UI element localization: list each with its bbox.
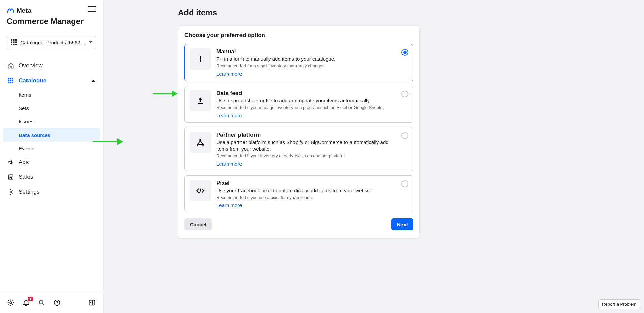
sidebar-item-catalogue[interactable]: Catalogue	[3, 73, 100, 88]
bell-icon[interactable]: 1	[22, 299, 30, 307]
sidebar-sub-label: Issues	[19, 119, 33, 124]
gear-icon[interactable]	[7, 299, 15, 307]
help-icon[interactable]	[53, 299, 61, 307]
sidebar-item-label: Catalogue	[19, 77, 46, 84]
sidebar-sub-sets[interactable]: Sets	[3, 101, 100, 115]
storefront-icon	[7, 174, 14, 180]
svg-point-23	[199, 139, 201, 141]
content: Add items Choose your preferred option M…	[178, 0, 420, 238]
option-title: Data feed	[216, 90, 398, 97]
sidebar-item-label: Settings	[19, 189, 39, 195]
chevron-up-icon	[91, 80, 95, 82]
option-desc: Use a partner platform such as Shopify o…	[216, 139, 398, 153]
svg-rect-16	[10, 82, 12, 84]
svg-rect-2	[15, 39, 17, 41]
svg-rect-7	[13, 44, 15, 45]
brand-name: Meta	[17, 7, 31, 14]
svg-rect-4	[13, 42, 15, 43]
cancel-button[interactable]: Cancel	[184, 218, 212, 230]
option-sub: Recommended for a small inventory that r…	[216, 63, 398, 69]
sidebar-item-settings[interactable]: Settings	[3, 185, 100, 199]
code-icon	[190, 180, 211, 201]
search-icon[interactable]	[38, 299, 46, 307]
sidebar-sub-events[interactable]: Events	[3, 142, 100, 155]
learn-more-link[interactable]: Learn more	[216, 113, 242, 118]
svg-rect-0	[11, 39, 12, 41]
svg-point-18	[10, 191, 12, 193]
option-data-feed[interactable]: Data feed Use a spreadsheet or file to a…	[184, 86, 413, 123]
option-title: Pixel	[216, 180, 398, 187]
notification-badge: 1	[28, 297, 33, 301]
grid-icon	[10, 39, 17, 46]
svg-rect-10	[10, 78, 12, 80]
sidebar-item-label: Ads	[19, 159, 29, 166]
svg-rect-6	[11, 44, 12, 45]
sidebar-header: Meta Commerce Manager Catalogue_Products…	[0, 0, 103, 58]
svg-point-20	[39, 300, 43, 304]
app-title: Commerce Manager	[7, 17, 96, 26]
option-sub: Recommended if you manage inventory in a…	[216, 105, 398, 111]
network-icon	[190, 132, 211, 153]
sidebar-bottom-bar: 1	[0, 292, 103, 313]
options-card: Choose your preferred option Manual Fill…	[178, 25, 420, 238]
option-desc: Use a spreadsheet or file to add and upd…	[216, 97, 398, 104]
svg-rect-15	[8, 82, 10, 84]
svg-rect-11	[12, 78, 14, 80]
option-title: Partner platform	[216, 132, 398, 138]
main-area: Add items Choose your preferred option M…	[103, 0, 644, 313]
radio-selected-icon[interactable]	[401, 49, 408, 56]
option-sub: Recommended if you use a pixel for dynam…	[216, 195, 398, 201]
learn-more-link[interactable]: Learn more	[216, 161, 242, 167]
upload-icon	[190, 90, 211, 111]
svg-rect-5	[15, 42, 17, 43]
sidebar-nav: Overview Catalogue Items Sets Issues Dat…	[0, 58, 103, 199]
svg-rect-3	[11, 42, 12, 43]
meta-logo-icon	[7, 7, 15, 15]
panel-collapse-icon[interactable]	[88, 299, 96, 307]
svg-rect-8	[15, 44, 17, 45]
report-problem-button[interactable]: Report a Problem	[598, 299, 640, 309]
sidebar-item-overview[interactable]: Overview	[3, 58, 100, 73]
option-pixel[interactable]: Pixel Use your Facebook pixel to automat…	[184, 175, 413, 213]
plus-icon	[190, 48, 211, 70]
sidebar-sub-label: Items	[19, 92, 31, 98]
svg-rect-13	[10, 80, 12, 82]
sidebar-sub-data-sources[interactable]: Data sources	[3, 128, 100, 142]
radio-icon[interactable]	[401, 180, 408, 187]
megaphone-icon	[7, 159, 14, 166]
sidebar-item-label: Overview	[19, 62, 43, 69]
option-partner-platform[interactable]: Partner platform Use a partner platform …	[184, 127, 413, 171]
svg-rect-17	[12, 82, 14, 84]
sidebar-sub-items[interactable]: Items	[3, 88, 100, 101]
sidebar-item-label: Sales	[19, 174, 33, 180]
sidebar: Meta Commerce Manager Catalogue_Products…	[0, 0, 103, 313]
svg-rect-1	[13, 39, 15, 41]
option-desc: Fill in a form to manually add items to …	[216, 56, 398, 62]
hamburger-menu-icon[interactable]	[88, 6, 96, 12]
home-icon	[7, 62, 14, 69]
option-manual[interactable]: Manual Fill in a form to manually add it…	[184, 44, 413, 81]
catalogue-selector[interactable]: Catalogue_Products (556241…	[7, 36, 96, 49]
option-sub: Recommended if your inventory already ex…	[216, 153, 398, 159]
grid-small-icon	[7, 77, 14, 84]
learn-more-link[interactable]: Learn more	[216, 71, 242, 77]
gear-icon	[7, 189, 14, 195]
sidebar-sub-label: Events	[19, 146, 34, 151]
next-button[interactable]: Next	[391, 218, 413, 230]
section-heading: Choose your preferred option	[184, 32, 413, 39]
sidebar-sub-label: Data sources	[19, 132, 50, 138]
sidebar-item-ads[interactable]: Ads	[3, 155, 100, 170]
brand: Meta	[7, 7, 96, 15]
option-desc: Use your Facebook pixel to automatically…	[216, 187, 398, 194]
svg-rect-14	[12, 80, 14, 82]
radio-icon[interactable]	[401, 91, 408, 97]
learn-more-link[interactable]: Learn more	[216, 202, 242, 208]
radio-icon[interactable]	[401, 132, 408, 139]
option-title: Manual	[216, 48, 398, 55]
svg-rect-9	[8, 78, 10, 80]
sidebar-sub-label: Sets	[19, 105, 29, 111]
sidebar-sub-issues[interactable]: Issues	[3, 115, 100, 128]
svg-point-19	[10, 302, 12, 304]
card-actions: Cancel Next	[184, 218, 413, 230]
sidebar-item-sales[interactable]: Sales	[3, 170, 100, 185]
